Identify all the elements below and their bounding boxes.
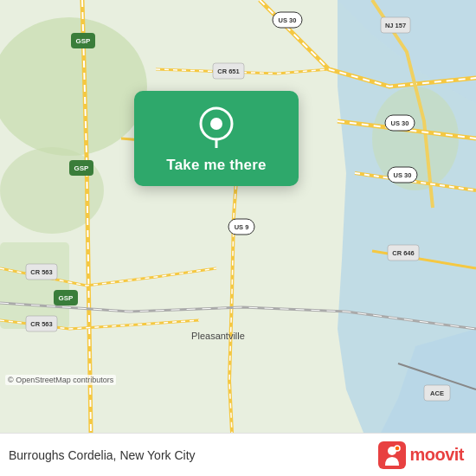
svg-text:CR 646: CR 646 (392, 249, 414, 257)
svg-text:US 9: US 9 (235, 223, 249, 231)
svg-text:GSP: GSP (76, 37, 92, 45)
location-name: Burroughs Cordelia, New York City (9, 448, 196, 462)
svg-text:US 30: US 30 (279, 16, 297, 24)
svg-text:ACE: ACE (430, 389, 444, 397)
take-me-there-button[interactable]: Take me there (166, 157, 266, 174)
map-container: GSP GSP GSP CR 651 CR 65 US 30 US 30 US … (0, 0, 476, 433)
svg-text:US 30: US 30 (394, 171, 412, 179)
location-pin-icon (196, 106, 237, 148)
svg-text:CR 563: CR 563 (30, 268, 52, 276)
moovit-brand-text: moovit (409, 445, 464, 465)
svg-point-38 (395, 446, 400, 451)
moovit-brand-icon (378, 441, 406, 469)
bottom-bar: Burroughs Cordelia, New York City moovit (0, 433, 476, 476)
svg-text:GSP: GSP (74, 164, 90, 172)
svg-text:CR 563: CR 563 (30, 320, 52, 328)
svg-text:CR 651: CR 651 (217, 68, 239, 75)
svg-text:US 30: US 30 (391, 119, 409, 127)
svg-text:Pleasantville: Pleasantville (191, 331, 245, 341)
svg-point-35 (210, 118, 222, 130)
moovit-logo: moovit (378, 441, 464, 469)
svg-text:GSP: GSP (59, 294, 74, 302)
svg-text:NJ 157: NJ 157 (385, 22, 406, 29)
location-card[interactable]: Take me there (134, 91, 299, 186)
osm-credit: © OpenStreetMap contributors (5, 375, 116, 385)
